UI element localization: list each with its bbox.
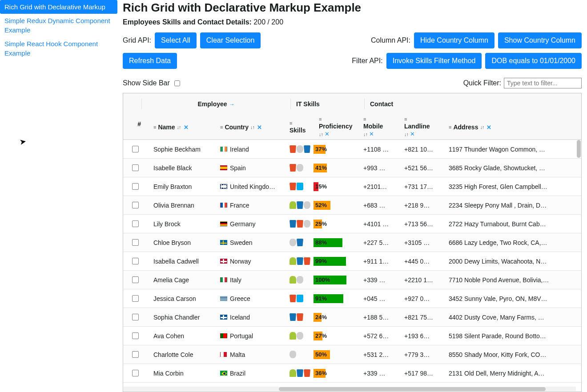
menu-icon[interactable]: ≡ [153,125,156,130]
cell-name: Sophie Beckham [148,140,215,159]
menu-icon[interactable]: ≡ [449,125,451,130]
cell-name: Charlotte Cole [148,345,215,364]
expand-arrow-icon[interactable]: → [229,101,235,108]
clear-filter-icon[interactable]: ✕ [184,124,189,131]
row-checkbox[interactable] [132,239,139,246]
html5-icon [297,313,303,321]
row-checkbox[interactable] [132,258,139,264]
clear-filter-icon[interactable]: ✕ [257,124,262,131]
row-checkbox[interactable] [132,332,139,339]
menu-icon[interactable]: ≡ [289,121,308,126]
table-row[interactable]: Amelia Cage Italy 100% +339 … +2210 1… 7… [123,271,581,289]
dob-filter-button[interactable]: DOB equals to 01/01/2000 [485,53,582,69]
row-checkbox[interactable] [132,276,139,283]
col-group-employee[interactable]: Employee [197,100,227,108]
menu-icon[interactable]: ≡ [404,117,438,122]
table-row[interactable]: Lily Brock Germany 25% +4101 … +713 56… … [123,215,581,233]
cell-address: 1197 Thunder Wagon Common, … [443,140,555,159]
row-checkbox[interactable] [132,370,139,376]
refresh-data-button[interactable]: Refresh Data [123,53,177,69]
clear-filter-icon[interactable]: ✕ [486,124,491,131]
col-group-it-skills[interactable]: IT Skills [296,100,320,108]
table-row[interactable]: Sophia Chandler Iceland 24% +188 5… +821… [123,308,581,327]
flag-icon [220,259,227,264]
menu-icon[interactable]: ≡ [220,125,223,130]
column-api-label: Column API: [371,36,410,44]
row-checkbox[interactable] [132,202,139,208]
col-header-name[interactable]: ≡ Name ↓↑ ✕ [148,115,215,140]
row-checkbox[interactable] [132,295,139,302]
css3-icon [297,239,303,246]
cell-proficiency: 27% [314,327,358,345]
cell-address: 2000 Dewy Limits, Wacahoota, N… [443,252,555,271]
col-number[interactable]: # [137,120,141,128]
menu-icon[interactable]: ≡ [363,117,394,122]
row-checkbox[interactable] [132,183,139,190]
sort-icon[interactable]: ↓↑ [250,124,254,130]
table-row[interactable]: Jessica Carson Greece 91% +045 … +927 0…… [123,289,581,308]
table-row[interactable]: Olivia Brennan France 52% +683 … +218 9…… [123,196,581,215]
show-sidebar-checkbox[interactable] [174,80,180,86]
cell-landline: +821 75… [399,308,443,327]
sort-icon[interactable]: ↓↑ [404,132,408,137]
cell-mobile: +4101 … [358,215,399,233]
col-header-landline[interactable]: ≡ Landline ↓↑✕ [399,115,443,140]
sort-icon[interactable]: ↓↑ [319,132,323,137]
cell-skills [284,252,314,271]
select-all-button[interactable]: Select All [155,32,197,48]
horizontal-scrollbar[interactable] [279,387,546,391]
grid-body[interactable]: Sophie Beckham Ireland 37% +1108 … +821 … [123,140,581,383]
cell-country: Malta [215,345,284,364]
nav-rich-grid[interactable]: Rich Grid with Declarative Markup [0,0,117,14]
col-header-country[interactable]: ≡ Country ↓↑ ✕ [215,115,284,140]
quick-filter-input[interactable] [504,78,582,88]
cell-mobile: +2101… [358,177,399,196]
clear-filter-icon[interactable]: ✕ [369,131,374,137]
table-row[interactable]: Chloe Bryson Sweden 88% +227 5… +3105 … … [123,233,581,252]
sort-icon[interactable]: ↓↑ [177,124,181,130]
cell-landline: +445 0… [399,252,443,271]
nav-redux-example[interactable]: Simple Redux Dynamic Component Example [0,14,117,37]
clear-filter-icon[interactable]: ✕ [410,131,415,137]
row-checkbox[interactable] [132,220,139,227]
table-row[interactable]: Emily Braxton United Kingdo… 15% +2101… … [123,177,581,196]
hide-country-button[interactable]: Hide Country Column [414,32,495,48]
row-checkbox[interactable] [132,351,139,358]
nav-hook-example[interactable]: Simple React Hook Component Example [0,37,117,60]
sort-icon[interactable]: ↓↑ [363,132,367,137]
menu-icon[interactable]: ≡ [319,117,353,122]
cell-proficiency: 24% [314,308,358,327]
col-header-address[interactable]: ≡ Address ↓↑ ✕ [443,115,555,140]
flag-icon [220,147,227,152]
table-row[interactable]: Isabelle Black Spain 41% +993 … +521 56…… [123,159,581,177]
android-icon [289,257,296,265]
table-row[interactable]: Charlotte Cole Malta 50% +531 2… +779 3…… [123,345,581,364]
cell-mobile: +993 … [358,159,399,177]
show-sidebar-toggle[interactable]: Show Side Bar [123,79,181,88]
cell-name: Olivia Brennan [148,196,215,215]
win-icon [297,295,303,302]
cell-name: Mia Corbin [148,364,215,383]
cell-address: 3685 Rocky Glade, Showtucket, … [443,159,555,177]
sort-icon[interactable]: ↓↑ [480,124,484,130]
show-country-button[interactable]: Show Country Column [498,32,582,48]
col-group-contact[interactable]: Contact [370,100,393,108]
clear-selection-button[interactable]: Clear Selection [200,32,261,48]
invoke-skills-filter-button[interactable]: Invoke Skills Filter Method [386,53,482,69]
cell-mobile: +339 … [358,271,399,289]
col-header-mobile[interactable]: ≡ Mobile ↓↑✕ [358,115,399,140]
table-row[interactable]: Isabella Cadwell Norway 99% +911 1… +445… [123,252,581,271]
clear-filter-icon[interactable]: ✕ [325,131,330,137]
table-row[interactable]: Sophie Beckham Ireland 37% +1108 … +821 … [123,140,581,159]
col-header-proficiency[interactable]: ≡ Proficiency ↓↑✕ [314,115,358,140]
table-row[interactable]: Mia Corbin Brazil 36% +339 … +517 98… 21… [123,364,581,383]
vertical-scrollbar[interactable] [577,140,581,158]
cell-proficiency: 37% [314,140,358,159]
row-checkbox[interactable] [132,146,139,152]
row-checkbox[interactable] [132,314,139,320]
cell-skills [284,215,314,233]
table-row[interactable]: Ava Cohen Portugal 27% +572 6… +193 6… 5… [123,327,581,345]
col-header-skills[interactable]: ≡ Skills [284,115,314,140]
row-checkbox[interactable] [132,164,139,171]
html5-icon [289,164,296,172]
